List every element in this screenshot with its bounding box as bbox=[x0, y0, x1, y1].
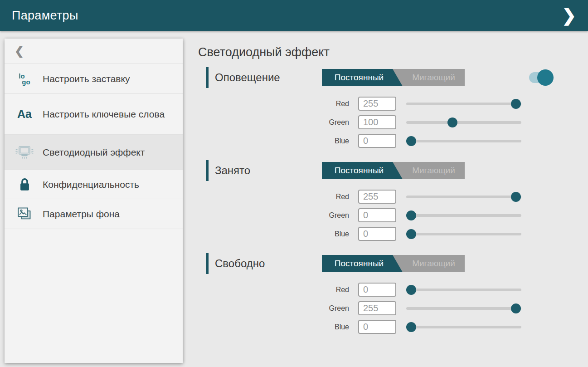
green-label: Green bbox=[206, 211, 358, 220]
slider-thumb[interactable] bbox=[406, 322, 416, 332]
section-title: Свободно bbox=[215, 257, 322, 270]
switch-knob bbox=[537, 69, 554, 86]
slider-track bbox=[406, 326, 521, 328]
mode-toggle-group: Постоянный Мигающий bbox=[322, 69, 465, 86]
slider-thumb[interactable] bbox=[406, 229, 416, 239]
red-label: Red bbox=[206, 100, 358, 108]
blue-label: Blue bbox=[206, 137, 358, 145]
red-slider[interactable] bbox=[406, 98, 521, 109]
sidebar-item-label: Параметры фона bbox=[43, 208, 120, 220]
green-value-input[interactable] bbox=[358, 115, 396, 129]
green-label: Green bbox=[206, 304, 358, 313]
mode-toggle-group: Постоянный Мигающий bbox=[322, 162, 465, 179]
sidebar-item-label: Настроить ключевые слова bbox=[43, 108, 165, 120]
chevron-right-icon[interactable]: ❯ bbox=[562, 7, 576, 24]
slider-track bbox=[406, 121, 521, 124]
blue-value-input[interactable] bbox=[358, 320, 396, 334]
sidebar-item-splash-screen[interactable]: lo go Настроить заставку bbox=[5, 64, 183, 94]
images-icon bbox=[14, 206, 35, 222]
mode-blinking-button[interactable]: Мигающий bbox=[403, 255, 465, 272]
section-accent-bar bbox=[206, 253, 209, 274]
sidebar-item-keywords[interactable]: Aa Настроить ключевые слова bbox=[5, 94, 183, 135]
section-page-title: Светодиодный эффект bbox=[198, 45, 330, 59]
section-notification: Оповещение Постоянный Мигающий Red Green bbox=[206, 67, 551, 150]
section-accent-bar bbox=[206, 160, 209, 181]
red-label: Red bbox=[206, 193, 358, 201]
green-label: Green bbox=[206, 118, 358, 127]
blue-label: Blue bbox=[206, 230, 358, 238]
green-slider[interactable] bbox=[406, 303, 521, 314]
page-title: Параметры bbox=[12, 9, 78, 23]
sidebar-item-label: Настроить заставку bbox=[43, 73, 130, 85]
slider-thumb[interactable] bbox=[406, 285, 416, 295]
blue-slider[interactable] bbox=[406, 136, 521, 147]
section-accent-bar bbox=[206, 67, 209, 88]
slider-thumb[interactable] bbox=[511, 303, 521, 313]
section-free: Свободно Постоянный Мигающий Red Green bbox=[206, 253, 551, 336]
section-title: Оповещение bbox=[215, 71, 322, 84]
red-slider[interactable] bbox=[406, 191, 521, 202]
chevron-left-icon: ❮ bbox=[15, 44, 24, 58]
sidebar-item-label: Конфиденциальность bbox=[43, 179, 139, 191]
red-value-input[interactable] bbox=[358, 97, 396, 111]
sidebar-item-label: Светодиодный эффект bbox=[43, 147, 145, 158]
settings-sidebar: ❮ lo go Настроить заставку Aa Настроить … bbox=[5, 39, 183, 363]
green-slider[interactable] bbox=[406, 117, 521, 128]
monitor-led-icon bbox=[14, 144, 35, 161]
red-value-input[interactable] bbox=[358, 190, 396, 204]
led-effect-settings: Оповещение Постоянный Мигающий Red Green bbox=[206, 67, 551, 346]
mode-solid-button[interactable]: Постоянный bbox=[322, 69, 403, 86]
slider-track bbox=[406, 289, 521, 291]
sidebar-back-button[interactable]: ❮ bbox=[5, 39, 183, 64]
slider-track bbox=[406, 214, 521, 217]
slider-track bbox=[406, 196, 521, 198]
blue-label: Blue bbox=[206, 323, 358, 331]
logo-text-icon: lo go bbox=[14, 73, 35, 85]
lock-icon bbox=[14, 177, 35, 191]
slider-track bbox=[406, 103, 521, 105]
mode-blinking-button[interactable]: Мигающий bbox=[403, 69, 465, 86]
red-value-input[interactable] bbox=[358, 283, 396, 297]
slider-thumb[interactable] bbox=[406, 210, 416, 220]
red-label: Red bbox=[206, 286, 358, 294]
slider-track bbox=[406, 233, 521, 235]
slider-track bbox=[406, 140, 521, 142]
slider-thumb[interactable] bbox=[406, 136, 416, 146]
sidebar-item-led-effect[interactable]: Светодиодный эффект bbox=[5, 135, 183, 170]
app-header: Параметры ❯ bbox=[0, 0, 588, 31]
aa-text-icon: Aa bbox=[14, 108, 35, 121]
blue-value-input[interactable] bbox=[358, 227, 396, 241]
slider-thumb[interactable] bbox=[511, 99, 521, 109]
mode-blinking-button[interactable]: Мигающий bbox=[403, 162, 465, 179]
mode-toggle-group: Постоянный Мигающий bbox=[322, 255, 465, 272]
sidebar-item-background[interactable]: Параметры фона bbox=[5, 199, 183, 229]
red-slider[interactable] bbox=[406, 284, 521, 295]
blue-slider[interactable] bbox=[406, 229, 521, 240]
slider-thumb[interactable] bbox=[511, 192, 521, 202]
mode-solid-button[interactable]: Постоянный bbox=[322, 255, 403, 272]
blue-value-input[interactable] bbox=[358, 134, 396, 148]
slider-thumb[interactable] bbox=[447, 117, 457, 127]
blue-slider[interactable] bbox=[406, 322, 521, 333]
green-value-input[interactable] bbox=[358, 208, 396, 222]
notification-toggle-switch[interactable] bbox=[529, 72, 550, 83]
slider-track bbox=[406, 307, 521, 310]
section-title: Занято bbox=[215, 164, 322, 177]
green-value-input[interactable] bbox=[358, 301, 396, 315]
green-slider[interactable] bbox=[406, 210, 521, 221]
sidebar-item-privacy[interactable]: Конфиденциальность bbox=[5, 170, 183, 199]
section-busy: Занято Постоянный Мигающий Red Green bbox=[206, 160, 551, 243]
mode-solid-button[interactable]: Постоянный bbox=[322, 162, 403, 179]
